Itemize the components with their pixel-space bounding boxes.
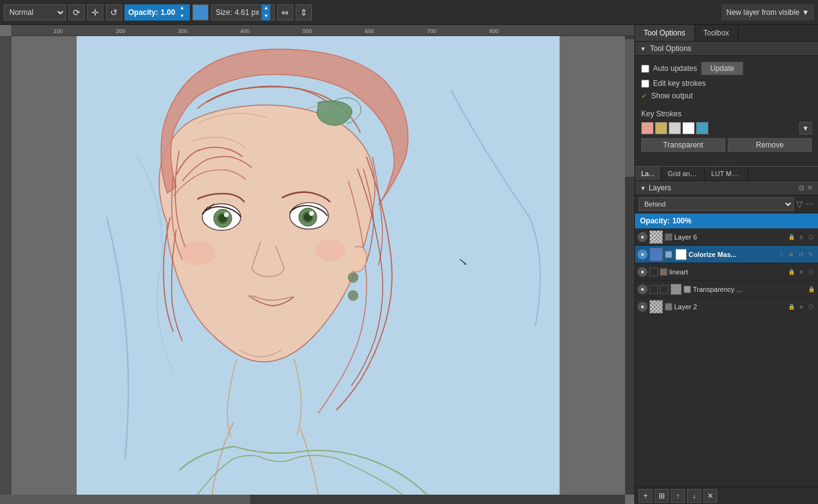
layer-blank-icon bbox=[649, 268, 658, 276]
edit-key-strokes-label: Edit key strokes bbox=[653, 79, 706, 88]
main-toolbar: Normal ⟳ ✛ ↺ Opacity: 1.00 ▲ ▼ Size: 4.6… bbox=[0, 0, 818, 25]
layer-visibility-toggle[interactable]: ● bbox=[637, 284, 647, 294]
ruler-mark-700: 700 bbox=[427, 28, 436, 34]
swatch-2[interactable] bbox=[655, 122, 667, 134]
canvas-container[interactable]: 100 200 300 400 500 600 700 800 bbox=[0, 25, 634, 504]
layers-close-icon[interactable]: ✕ bbox=[807, 184, 813, 192]
layer-row[interactable]: ● Layer 6 🔒 α ⬡ bbox=[635, 228, 818, 246]
layers-tabs: La... Grid and Gu... LUT Manage... bbox=[635, 166, 818, 181]
flip-v-btn[interactable]: ⇕ bbox=[296, 4, 312, 21]
tool-btn-2[interactable]: ✛ bbox=[87, 4, 103, 21]
layer-blank-icon bbox=[649, 285, 658, 294]
layer-circle-icon[interactable]: ○ bbox=[777, 250, 786, 259]
layer-link-icon[interactable]: ⊕ bbox=[787, 250, 796, 259]
layer-inherit-btn[interactable]: ⬡ bbox=[807, 233, 816, 241]
layer-alpha-btn[interactable]: α bbox=[797, 268, 806, 276]
layer-thumbnail bbox=[649, 300, 663, 314]
key-strokes-section: Key Strokes ▼ Transparent Remove bbox=[635, 106, 818, 156]
tool-btn-3[interactable]: ↺ bbox=[106, 4, 122, 21]
show-output-row: ✓ Show output bbox=[641, 90, 812, 102]
layers-duplicate-icon[interactable]: ⧉ bbox=[799, 184, 804, 192]
layer-row[interactable]: ● Transparency ... 🔒 bbox=[635, 281, 818, 298]
tab-toolbox[interactable]: Toolbox bbox=[695, 25, 738, 41]
opacity-label: Opacity: bbox=[128, 8, 158, 17]
layer-actions: 🔒 α ⬡ bbox=[787, 268, 816, 276]
svg-point-14 bbox=[348, 291, 358, 301]
tab-layers[interactable]: La... bbox=[635, 167, 661, 180]
layer-thumbnail bbox=[649, 230, 663, 244]
swatch-3[interactable] bbox=[669, 122, 681, 134]
edit-key-strokes-checkbox[interactable] bbox=[641, 80, 649, 88]
auto-updates-checkbox[interactable] bbox=[641, 65, 649, 73]
tab-lut-manager[interactable]: LUT Manage... bbox=[705, 167, 748, 180]
blend-mode-select[interactable]: Normal bbox=[4, 4, 66, 21]
flip-h-btn[interactable]: ⇔ bbox=[277, 4, 293, 21]
layer-inherit-btn[interactable]: ⬡ bbox=[807, 268, 816, 276]
horizontal-scrollbar[interactable] bbox=[0, 495, 625, 504]
layer-alpha-btn[interactable]: α bbox=[797, 302, 806, 311]
layers-panel-header: ▼ Layers ⧉ ✕ bbox=[635, 181, 818, 195]
v-scrollbar-thumb[interactable] bbox=[625, 39, 634, 177]
tab-grid-guides[interactable]: Grid and Gu... bbox=[661, 167, 705, 180]
layer-alpha-btn[interactable]: α bbox=[797, 233, 806, 241]
opacity-spinner[interactable]: ▲ ▼ bbox=[177, 4, 186, 21]
layer-visibility-toggle[interactable]: ● bbox=[637, 267, 647, 277]
filter-icon[interactable]: ▽ bbox=[796, 199, 803, 209]
layer-actions: ○ ⊕ ↺ ↻ bbox=[777, 250, 816, 259]
color-swatch[interactable] bbox=[192, 4, 209, 21]
artwork-canvas bbox=[11, 36, 625, 495]
add-layer-button[interactable]: + bbox=[639, 489, 652, 503]
swatch-5[interactable] bbox=[696, 122, 708, 134]
layer-name: Colorize Mas... bbox=[689, 251, 775, 258]
layer-actions: 🔒 α ⬡ bbox=[787, 302, 816, 311]
vertical-scrollbar[interactable] bbox=[625, 36, 634, 495]
mode-extra-icon[interactable]: ⋯ bbox=[806, 199, 814, 209]
size-spinner[interactable]: ▲ ▼ bbox=[261, 4, 270, 21]
add-group-button[interactable]: ⊞ bbox=[655, 489, 669, 503]
layer-actions: 🔒 bbox=[807, 285, 816, 294]
layer-lock-btn[interactable]: 🔒 bbox=[807, 285, 816, 294]
layer-row[interactable]: ● lineart 🔒 α ⬡ bbox=[635, 263, 818, 281]
h-scrollbar-thumb[interactable] bbox=[0, 495, 250, 504]
layer-mode-select[interactable]: Behind bbox=[639, 197, 794, 211]
swatch-1[interactable] bbox=[641, 122, 654, 134]
tab-tool-options[interactable]: Tool Options bbox=[635, 25, 695, 41]
layer-row[interactable]: ● Colorize Mas... ○ ⊕ ↺ ↻ bbox=[635, 246, 818, 263]
size-up[interactable]: ▲ bbox=[261, 4, 270, 12]
opacity-up[interactable]: ▲ bbox=[177, 4, 186, 12]
layer-lock-btn[interactable]: 🔒 bbox=[787, 302, 796, 311]
layer-visibility-toggle[interactable]: ● bbox=[637, 232, 647, 242]
layer-inherit-btn[interactable]: ⬡ bbox=[807, 302, 816, 311]
transparent-button[interactable]: Transparent bbox=[641, 138, 725, 152]
layer-lock-btn[interactable]: 🔒 bbox=[787, 268, 796, 276]
layer-lock-btn[interactable]: 🔒 bbox=[787, 233, 796, 241]
layer-refresh-icon[interactable]: ↻ bbox=[807, 250, 816, 259]
swatches-dropdown[interactable]: ▼ bbox=[799, 122, 812, 134]
layer-thumbnail bbox=[649, 248, 663, 261]
new-layer-from-visible-button[interactable]: New layer from visible ▼ bbox=[722, 4, 814, 21]
show-output-checkmark: ✓ bbox=[641, 91, 647, 100]
opacity-control: Opacity: 1.00 ▲ ▼ bbox=[125, 4, 190, 21]
layer-name: Transparency ... bbox=[693, 286, 805, 293]
layer-visibility-toggle[interactable]: ● bbox=[637, 250, 647, 259]
layer-row[interactable]: ● Layer 2 🔒 α ⬡ bbox=[635, 298, 818, 315]
layer-list: ● Layer 6 🔒 α ⬡ ● Colorize Mas... ○ bbox=[635, 228, 818, 487]
size-down[interactable]: ▼ bbox=[261, 12, 270, 21]
swatch-4[interactable] bbox=[682, 122, 695, 134]
update-button[interactable]: Update bbox=[701, 62, 744, 75]
tool-btn-1[interactable]: ⟳ bbox=[68, 4, 85, 21]
move-layer-up-button[interactable]: ↑ bbox=[671, 489, 685, 503]
layer-curve-icon[interactable]: ↺ bbox=[797, 250, 806, 259]
delete-layer-button[interactable]: ✕ bbox=[703, 489, 717, 503]
remove-button[interactable]: Remove bbox=[728, 138, 812, 152]
drawing-area[interactable] bbox=[11, 36, 625, 495]
panel-separator: · · · · · bbox=[635, 156, 818, 166]
layer-visibility-toggle[interactable]: ● bbox=[637, 302, 647, 312]
new-layer-label: New layer from visible bbox=[726, 8, 799, 17]
layers-mode-row: Behind ▽ ⋯ bbox=[635, 195, 818, 213]
tool-options-content: Auto updates Update Edit key strokes ✓ S… bbox=[635, 56, 818, 106]
tool-options-title: Tool Options bbox=[650, 44, 692, 53]
move-layer-down-button[interactable]: ↓ bbox=[687, 489, 701, 503]
opacity-down[interactable]: ▼ bbox=[177, 12, 186, 21]
svg-point-12 bbox=[315, 240, 345, 261]
